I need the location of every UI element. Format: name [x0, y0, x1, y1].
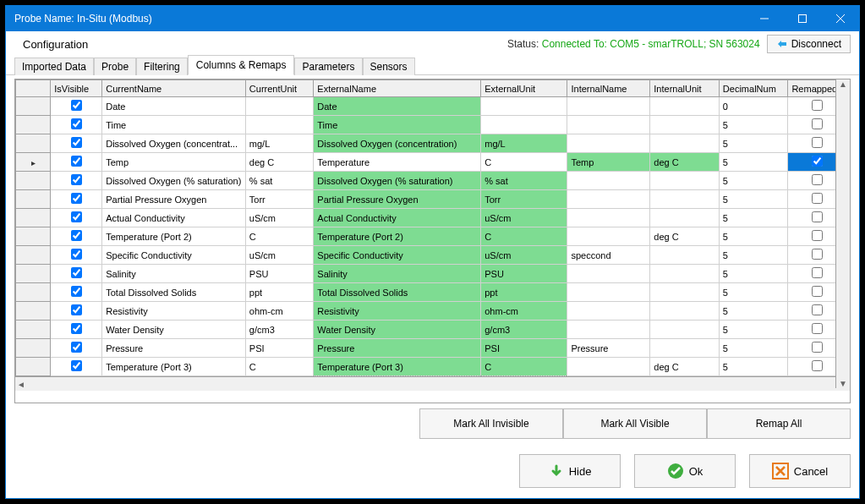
- row-header[interactable]: [16, 172, 51, 190]
- tab-sensors[interactable]: Sensors: [363, 58, 415, 75]
- cell-externalunit[interactable]: uS/cm: [481, 209, 567, 227]
- cell-currentunit[interactable]: % sat: [245, 172, 313, 190]
- cell-decimalnum[interactable]: 5: [719, 190, 788, 209]
- cell-isvisible[interactable]: [51, 172, 102, 190]
- isvisible-checkbox[interactable]: [71, 286, 82, 297]
- maximize-button[interactable]: [783, 6, 821, 31]
- cell-externalname[interactable]: Specific Conductivity: [314, 246, 481, 265]
- isvisible-checkbox[interactable]: [71, 137, 82, 148]
- cell-externalunit[interactable]: C: [481, 227, 567, 246]
- cell-decimalnum[interactable]: 5: [719, 209, 788, 227]
- cell-isvisible[interactable]: [51, 209, 102, 227]
- cell-externalunit[interactable]: mg/L: [481, 134, 567, 153]
- cell-currentunit[interactable]: Torr: [245, 190, 313, 209]
- cell-externalname[interactable]: Water Density: [314, 320, 481, 339]
- cell-isvisible[interactable]: [51, 339, 102, 358]
- cell-currentunit[interactable]: deg C: [245, 153, 313, 172]
- cell-currentname[interactable]: Dissolved Oxygen (% saturation): [102, 172, 246, 190]
- cell-externalname[interactable]: Temperature: [314, 153, 481, 172]
- row-header[interactable]: [16, 358, 51, 376]
- cell-isvisible[interactable]: [51, 227, 102, 246]
- cell-decimalnum[interactable]: 5: [719, 227, 788, 246]
- table-row[interactable]: PressurePSIPressurePSIPressure5: [16, 339, 846, 358]
- cell-internalname[interactable]: [567, 116, 650, 134]
- cell-internalname[interactable]: [567, 209, 650, 227]
- isvisible-checkbox[interactable]: [71, 174, 82, 185]
- cell-internalname[interactable]: speccond: [567, 246, 650, 265]
- cell-internalunit[interactable]: [650, 209, 720, 227]
- cell-externalname[interactable]: Time: [314, 116, 481, 134]
- cell-internalunit[interactable]: [650, 172, 720, 190]
- tab-probe[interactable]: Probe: [94, 58, 136, 75]
- cell-internalunit[interactable]: [650, 320, 720, 339]
- cell-externalunit[interactable]: C: [481, 358, 567, 376]
- cell-externalunit[interactable]: [481, 97, 567, 116]
- row-header[interactable]: [16, 209, 51, 227]
- cell-isvisible[interactable]: [51, 320, 102, 339]
- row-header[interactable]: [16, 246, 51, 265]
- cell-isvisible[interactable]: [51, 116, 102, 134]
- row-header[interactable]: [16, 153, 51, 172]
- cell-externalunit[interactable]: uS/cm: [481, 246, 567, 265]
- table-row[interactable]: Temperature (Port 3)CTemperature (Port 3…: [16, 358, 846, 376]
- minimize-button[interactable]: [745, 6, 783, 31]
- remapped-checkbox[interactable]: [812, 118, 823, 129]
- cell-internalunit[interactable]: [650, 116, 720, 134]
- isvisible-checkbox[interactable]: [71, 342, 82, 353]
- isvisible-checkbox[interactable]: [71, 211, 82, 222]
- remapped-checkbox[interactable]: [812, 304, 823, 315]
- cell-isvisible[interactable]: [51, 97, 102, 116]
- column-header-currentname[interactable]: CurrentName: [102, 80, 246, 97]
- table-row[interactable]: Water Densityg/cm3Water Densityg/cm35: [16, 320, 846, 339]
- cell-externalunit[interactable]: PSU: [481, 265, 567, 283]
- row-header[interactable]: [16, 320, 51, 339]
- isvisible-checkbox[interactable]: [71, 156, 82, 167]
- cell-internalunit[interactable]: [650, 265, 720, 283]
- data-grid[interactable]: IsVisibleCurrentNameCurrentUnitExternalN…: [15, 79, 846, 376]
- row-header[interactable]: [16, 97, 51, 116]
- tab-columns-remaps[interactable]: Columns & Remaps: [188, 55, 295, 75]
- cell-currentunit[interactable]: C: [245, 358, 313, 376]
- remapped-checkbox[interactable]: [812, 323, 823, 334]
- cell-currentunit[interactable]: [245, 97, 313, 116]
- hide-button[interactable]: Hide: [519, 454, 621, 488]
- scroll-up-icon[interactable]: ▲: [839, 79, 847, 89]
- isvisible-checkbox[interactable]: [71, 230, 82, 241]
- table-row[interactable]: Dissolved Oxygen (% saturation)% satDiss…: [16, 172, 846, 190]
- close-button[interactable]: [821, 6, 859, 31]
- ok-button[interactable]: Ok: [634, 454, 736, 488]
- cell-externalunit[interactable]: % sat: [481, 172, 567, 190]
- cell-externalunit[interactable]: ppt: [481, 283, 567, 302]
- cell-currentname[interactable]: Time: [102, 116, 246, 134]
- remapped-checkbox[interactable]: [812, 360, 823, 371]
- cell-externalname[interactable]: Dissolved Oxygen (% saturation): [314, 172, 481, 190]
- cell-currentunit[interactable]: uS/cm: [245, 209, 313, 227]
- table-row[interactable]: Temperature (Port 2)CTemperature (Port 2…: [16, 227, 846, 246]
- cell-currentunit[interactable]: [245, 116, 313, 134]
- mark-all-visible-button[interactable]: Mark All Visible: [563, 408, 707, 439]
- row-header[interactable]: [16, 227, 51, 246]
- remapped-checkbox[interactable]: [812, 230, 823, 241]
- cell-currentname[interactable]: Total Dissolved Solids: [102, 283, 246, 302]
- table-row[interactable]: Actual ConductivityuS/cmActual Conductiv…: [16, 209, 846, 227]
- cell-isvisible[interactable]: [51, 265, 102, 283]
- cell-internalunit[interactable]: [650, 302, 720, 320]
- column-header-externalunit[interactable]: ExternalUnit: [481, 80, 567, 97]
- cell-decimalnum[interactable]: 5: [719, 246, 788, 265]
- cell-isvisible[interactable]: [51, 134, 102, 153]
- table-row[interactable]: Specific ConductivityuS/cmSpecific Condu…: [16, 246, 846, 265]
- cell-isvisible[interactable]: [51, 283, 102, 302]
- cell-internalname[interactable]: [567, 320, 650, 339]
- row-header[interactable]: [16, 134, 51, 153]
- row-header[interactable]: [16, 265, 51, 283]
- cell-currentname[interactable]: Temperature (Port 3): [102, 358, 246, 376]
- tab-imported-data[interactable]: Imported Data: [14, 58, 94, 75]
- table-row[interactable]: Partial Pressure OxygenTorrPartial Press…: [16, 190, 846, 209]
- cell-currentname[interactable]: Dissolved Oxygen (concentrat...: [102, 134, 246, 153]
- table-row[interactable]: Tempdeg CTemperatureCTempdeg C5: [16, 153, 846, 172]
- cell-decimalnum[interactable]: 5: [719, 320, 788, 339]
- cell-internalname[interactable]: [567, 190, 650, 209]
- cell-isvisible[interactable]: [51, 358, 102, 376]
- cell-currentname[interactable]: Actual Conductivity: [102, 209, 246, 227]
- remapped-checkbox[interactable]: [812, 137, 823, 148]
